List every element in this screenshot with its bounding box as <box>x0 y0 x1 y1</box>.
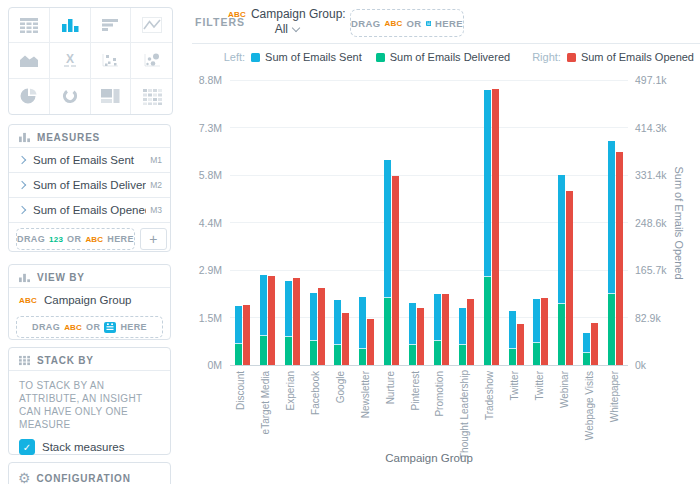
add-measure-button[interactable]: + <box>140 228 167 250</box>
bar-sent[interactable] <box>235 306 242 344</box>
bar-opened[interactable] <box>392 176 399 365</box>
bar-sent[interactable] <box>484 90 491 277</box>
gridline <box>230 127 628 128</box>
x-axis-label: Tradeshow <box>484 371 498 459</box>
expand-chevron-icon[interactable] <box>18 206 26 214</box>
bar-sent[interactable] <box>384 160 391 298</box>
bar-opened[interactable] <box>367 319 374 365</box>
bar-opened[interactable] <box>442 294 449 365</box>
bar-sent[interactable] <box>334 300 341 346</box>
bar-opened[interactable] <box>566 191 573 365</box>
bar-sent[interactable] <box>533 299 540 343</box>
right-axis-tick: 497.1k <box>635 74 667 86</box>
measures-drop-zone[interactable]: DRAG 123 OR ABC HERE <box>16 228 135 250</box>
bar-opened[interactable] <box>342 313 349 365</box>
vis-type-bubble-chart[interactable] <box>131 43 172 78</box>
vis-type-headline[interactable]: X <box>50 43 91 78</box>
bar-sent[interactable] <box>459 308 466 345</box>
left-axis-tick: 2.9M <box>180 264 222 276</box>
bar-sent[interactable] <box>359 297 366 349</box>
gridline <box>230 80 628 81</box>
bar-delivered[interactable] <box>533 343 540 365</box>
right-axis-tick: 0k <box>635 359 646 371</box>
bar-delivered[interactable] <box>558 304 565 365</box>
bar-delivered[interactable] <box>459 345 466 365</box>
view-by-attribute[interactable]: ABCCampaign Group <box>9 287 170 312</box>
bar-sent[interactable] <box>285 281 292 337</box>
calendar-icon <box>104 322 116 333</box>
bar-delivered[interactable] <box>235 344 242 365</box>
configuration-header[interactable]: ⚙ CONFIGURATION <box>9 463 170 484</box>
bar-delivered[interactable] <box>260 336 267 365</box>
x-axis-label: Webpage Visits <box>584 371 598 459</box>
left-axis-tick: 1.5M <box>180 312 222 324</box>
bar-delivered[interactable] <box>434 341 441 365</box>
bar-opened[interactable] <box>616 152 623 365</box>
checkbox-stack-measures[interactable]: ✓Stack measures <box>9 435 170 459</box>
vis-type-donut-chart[interactable] <box>50 79 91 114</box>
bar-opened[interactable] <box>541 298 548 365</box>
drop-zone-text: HERE <box>120 322 147 332</box>
bar-sent[interactable] <box>260 275 267 336</box>
measure-item[interactable]: Sum of Emails SentM1 <box>9 147 170 172</box>
drop-zone-text: DRAG <box>32 322 60 332</box>
bar-sent[interactable] <box>509 311 516 349</box>
bar-delivered[interactable] <box>285 337 292 365</box>
x-axis-label: Twitter <box>534 371 548 459</box>
vis-type-table[interactable] <box>9 8 50 43</box>
vis-type-heatmap[interactable] <box>131 79 172 114</box>
x-axis-label: Nurture <box>385 371 399 459</box>
bar-delivered[interactable] <box>608 294 615 365</box>
scatter-plot-icon <box>98 50 122 70</box>
bar-opened[interactable] <box>268 276 275 365</box>
measure-badge: M2 <box>150 180 162 190</box>
bar-sent[interactable] <box>558 175 565 304</box>
column-chart: 0M0k1.5M82.9k2.9M165.7k4.4M248.6k5.8M331… <box>180 0 700 484</box>
bar-delivered[interactable] <box>509 349 516 365</box>
bar-opened[interactable] <box>492 89 499 365</box>
column-chart-icon <box>58 15 82 35</box>
bar-sent[interactable] <box>434 294 441 341</box>
measure-item[interactable]: Sum of Emails OpenedM3 <box>9 197 170 222</box>
measure-item[interactable]: Sum of Emails DeliveredM2 <box>9 172 170 197</box>
bar-sent[interactable] <box>310 293 317 341</box>
bar-delivered[interactable] <box>384 298 391 365</box>
bar-delivered[interactable] <box>359 349 366 365</box>
view-by-drop-zone[interactable]: DRAG ABC OR HERE <box>16 316 163 338</box>
right-axis-tick: 414.3k <box>635 122 667 134</box>
bar-delivered[interactable] <box>583 353 590 365</box>
bar-opened[interactable] <box>467 299 474 365</box>
vis-type-area-chart[interactable] <box>9 43 50 78</box>
vis-type-scatter-plot[interactable] <box>91 43 132 78</box>
bar-sent[interactable] <box>583 333 590 353</box>
bar-delivered[interactable] <box>484 277 491 365</box>
bar-delivered[interactable] <box>409 345 416 365</box>
x-axis-label: Discount <box>235 371 249 459</box>
table-icon <box>17 15 41 35</box>
pie-chart-icon <box>17 86 41 106</box>
bar-sent[interactable] <box>409 303 416 345</box>
bar-delivered[interactable] <box>334 345 341 365</box>
vis-type-treemap[interactable] <box>91 79 132 114</box>
view-by-section: VIEW BY ABCCampaign Group DRAG ABC OR HE… <box>8 264 171 340</box>
vis-type-pie-chart[interactable] <box>9 79 50 114</box>
bar-opened[interactable] <box>293 278 300 365</box>
vis-type-line-chart[interactable] <box>131 8 172 43</box>
x-axis-label: Experian <box>285 371 299 459</box>
bar-sent[interactable] <box>608 141 615 294</box>
bar-opened[interactable] <box>318 288 325 365</box>
vis-type-column-chart[interactable] <box>50 8 91 43</box>
checkbox-icon[interactable]: ✓ <box>19 439 35 455</box>
bar-opened[interactable] <box>417 308 424 365</box>
measure-badge: M1 <box>150 155 162 165</box>
bar-delivered[interactable] <box>310 341 317 365</box>
bar-opened[interactable] <box>243 305 250 365</box>
expand-chevron-icon[interactable] <box>18 181 26 189</box>
expand-chevron-icon[interactable] <box>18 156 26 164</box>
right-axis-tick: 165.7k <box>635 264 667 276</box>
bar-opened[interactable] <box>591 323 598 365</box>
vis-type-bar-chart[interactable] <box>91 8 132 43</box>
measures-title: MEASURES <box>37 132 100 143</box>
bar-chart-icon <box>98 15 122 35</box>
bar-opened[interactable] <box>517 324 524 365</box>
